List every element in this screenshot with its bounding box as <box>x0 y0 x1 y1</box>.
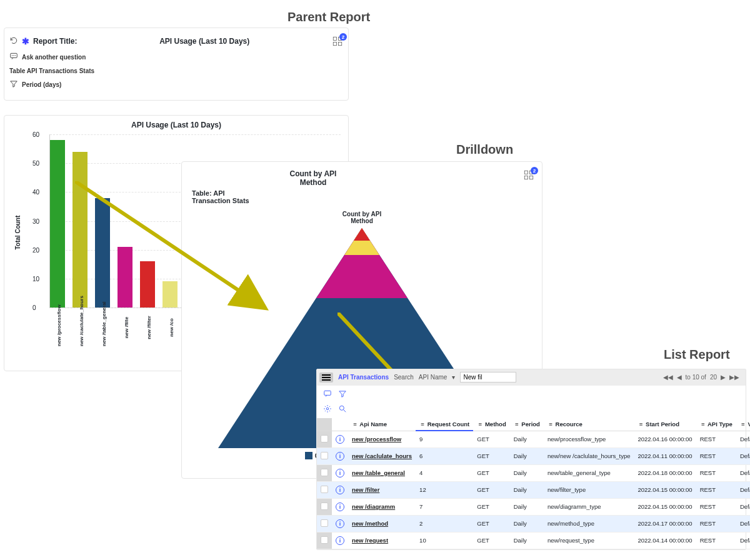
column-header[interactable]: ≡ Version <box>736 418 750 431</box>
cell-type: REST <box>696 481 736 498</box>
filter-icon[interactable] <box>338 389 347 399</box>
drilldown-table-label: Table: API Transaction Stats <box>182 187 263 207</box>
info-icon[interactable]: i <box>336 435 344 444</box>
info-icon[interactable]: i <box>336 486 344 494</box>
search-icon[interactable] <box>338 404 347 414</box>
svg-point-5 <box>12 56 12 56</box>
svg-rect-2 <box>333 42 336 46</box>
list-brand[interactable]: API Transactions <box>338 374 389 381</box>
table-row[interactable]: inew /method2GETDailynew/method_type2022… <box>317 515 750 532</box>
api-link[interactable]: new /caclulate_hours <box>352 452 412 459</box>
cell-start: 2022.04.18 00:00:00 <box>634 464 696 481</box>
cell-version: Default <box>736 481 750 498</box>
bar[interactable] <box>72 152 88 308</box>
cell-resource: new/diagramm_type <box>544 498 634 515</box>
svg-rect-8 <box>524 171 528 174</box>
cell-start: 2022.04.16 00:00:00 <box>634 431 696 448</box>
svg-point-7 <box>15 56 16 56</box>
bar[interactable] <box>95 198 110 308</box>
cell-method: GET <box>473 481 509 498</box>
row-checkbox[interactable] <box>321 536 328 544</box>
api-link[interactable]: new /processflow <box>352 436 401 442</box>
cell-version: Default <box>736 464 750 481</box>
row-checkbox[interactable] <box>321 469 328 476</box>
column-header[interactable] <box>332 418 348 431</box>
row-checkbox[interactable] <box>321 519 328 527</box>
pager-last-icon[interactable]: ▶▶ <box>729 374 739 381</box>
pager-prev-icon[interactable]: ◀ <box>677 374 682 381</box>
cell-version: Default <box>736 515 750 532</box>
column-header[interactable] <box>317 418 332 431</box>
table-row[interactable]: inew /caclulate_hours6GETDailynew/new /c… <box>317 448 750 464</box>
xtick: new /caclulate_hours <box>79 309 84 346</box>
badge-count: 2 <box>531 167 538 174</box>
svg-line-21 <box>344 410 346 412</box>
api-link[interactable]: new /method <box>352 520 388 527</box>
cell-version: Default <box>736 498 750 515</box>
chat-icon[interactable] <box>9 52 18 62</box>
related-records-icon[interactable]: 2 <box>332 36 343 47</box>
hamburger-icon[interactable] <box>319 372 333 382</box>
ytick: 20 <box>32 246 39 253</box>
cell-resource: new/method_type <box>544 515 634 532</box>
info-icon[interactable]: i <box>336 469 344 478</box>
cell-start: 2022.04.15 00:00:00 <box>634 498 696 515</box>
svg-rect-18 <box>324 391 331 395</box>
row-checkbox[interactable] <box>321 486 328 493</box>
cell-type: REST <box>696 532 736 549</box>
bar[interactable] <box>140 261 155 308</box>
column-header[interactable]: ≡ Api Name <box>348 418 416 431</box>
ask-another-question[interactable]: Ask another question <box>22 54 86 61</box>
bar[interactable] <box>50 140 65 308</box>
bar[interactable] <box>118 247 132 308</box>
cell-version: Default <box>736 448 750 464</box>
table-row[interactable]: inew /table_general4GETDailynew/table_ge… <box>317 464 750 481</box>
row-checkbox[interactable] <box>321 502 328 510</box>
cell-method: GET <box>473 498 509 515</box>
api-link[interactable]: new /table_general <box>352 469 405 476</box>
column-header[interactable]: ≡ Start Period <box>634 418 696 431</box>
api-link[interactable]: new /diagramm <box>352 503 395 510</box>
table-row[interactable]: inew /filter12GETDailynew/filter_type202… <box>317 481 750 498</box>
row-checkbox[interactable] <box>321 452 328 459</box>
gear-icon[interactable] <box>323 404 332 414</box>
chat-icon[interactable] <box>323 389 332 399</box>
info-icon[interactable]: i <box>336 536 344 545</box>
info-icon[interactable]: i <box>336 519 344 528</box>
column-header[interactable]: ≡ Method <box>473 418 509 431</box>
row-checkbox[interactable] <box>321 435 328 442</box>
refresh-icon[interactable] <box>9 36 18 47</box>
cell-resource: new/table_general_type <box>544 464 634 481</box>
pager-next-icon[interactable]: ▶ <box>721 374 726 381</box>
cell-start: 2022.04.17 00:00:00 <box>634 515 696 532</box>
info-icon[interactable]: i <box>336 502 344 511</box>
related-records-icon[interactable]: 2 <box>523 169 534 181</box>
column-header[interactable]: ≡ API Type <box>696 418 736 431</box>
bar[interactable] <box>162 281 178 308</box>
search-input[interactable] <box>460 372 516 382</box>
api-link[interactable]: new /request <box>352 537 388 544</box>
pager-total: 20 <box>710 374 717 381</box>
svg-point-19 <box>326 408 329 410</box>
column-header[interactable]: ≡ Period <box>510 418 544 431</box>
cell-method: GET <box>473 431 509 448</box>
column-header[interactable]: ≡ Request Count <box>416 418 473 431</box>
info-icon[interactable]: i <box>336 452 344 461</box>
ytick: 30 <box>32 218 39 224</box>
table-row[interactable]: inew /processflow9GETDailynew/processflo… <box>317 431 750 448</box>
filter-icon[interactable] <box>9 79 18 90</box>
cell-count: 7 <box>416 498 473 515</box>
ytick: 50 <box>32 160 39 167</box>
pager: ◀◀ ◀ to 10 of 20 ▶ ▶▶ <box>663 374 739 381</box>
ytick: 10 <box>32 275 39 282</box>
chevron-down-icon[interactable]: ▾ <box>452 374 455 381</box>
cell-method: GET <box>473 448 509 464</box>
column-header[interactable]: ≡ Recource <box>544 418 634 431</box>
cell-method: GET <box>473 532 509 549</box>
api-link[interactable]: new /filter <box>352 486 379 493</box>
table-row[interactable]: inew /diagramm7GETDailynew/diagramm_type… <box>317 498 750 515</box>
table-row[interactable]: inew /request10GETDailynew/request_type2… <box>317 532 750 549</box>
drilldown-title: Count by API Method <box>276 169 351 187</box>
pager-first-icon[interactable]: ◀◀ <box>663 374 673 381</box>
cell-period: Daily <box>510 431 544 448</box>
